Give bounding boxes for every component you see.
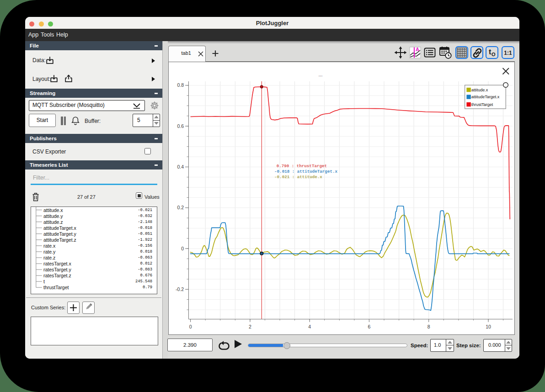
svg-text:0.8: 0.8: [177, 82, 184, 88]
svg-text:2: 2: [249, 324, 251, 329]
svg-text:-0.2: -0.2: [176, 286, 184, 292]
svg-text:4: 4: [308, 324, 311, 329]
svg-text:-0.021 : attitude.x: -0.021 : attitude.x: [274, 175, 322, 180]
svg-text:0.4: 0.4: [177, 164, 184, 170]
svg-text:-0.018 : attitudeTarget.x: -0.018 : attitudeTarget.x: [274, 169, 337, 174]
svg-text:...: ...: [318, 72, 322, 77]
svg-text:8: 8: [427, 324, 430, 329]
svg-text:0: 0: [181, 246, 184, 251]
svg-text:0: 0: [189, 324, 192, 329]
svg-text:O: O: [492, 52, 496, 57]
svg-text:attitude.x: attitude.x: [471, 88, 488, 92]
svg-text:6: 6: [368, 324, 370, 329]
svg-text:attitudeTarget.x: attitudeTarget.x: [471, 95, 500, 99]
svg-text:thrustTarget: thrustTarget: [471, 102, 493, 107]
svg-text:0.2: 0.2: [177, 205, 184, 210]
svg-text:A: A: [416, 47, 419, 52]
svg-text:1:1: 1:1: [504, 50, 512, 56]
svg-text:0.790 : thrustTarget: 0.790 : thrustTarget: [277, 164, 327, 169]
svg-text:10: 10: [486, 324, 491, 329]
svg-text:0.6: 0.6: [177, 123, 184, 129]
